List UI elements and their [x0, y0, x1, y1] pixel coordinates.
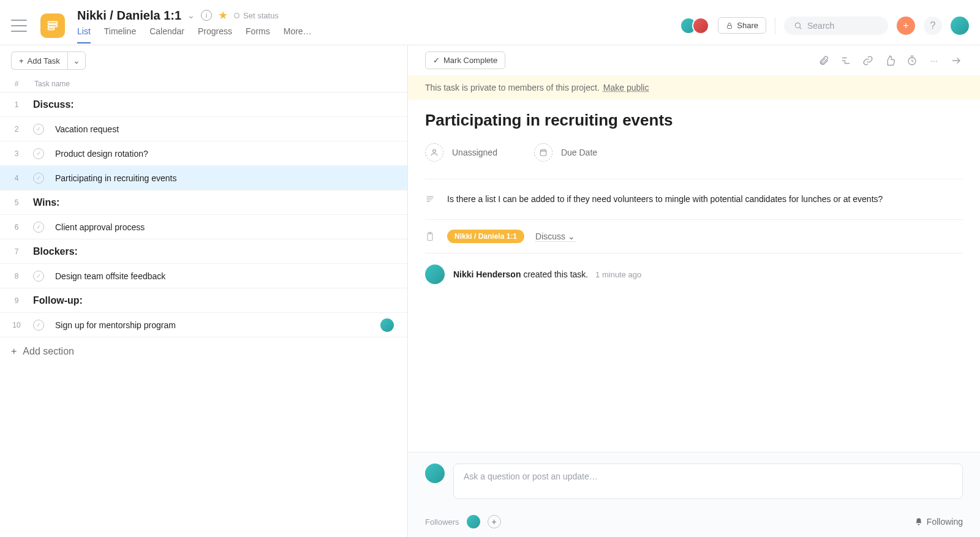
privacy-text: This task is private to members of this …: [425, 83, 600, 92]
project-pill[interactable]: Nikki / Daniela 1:1: [447, 230, 524, 243]
more-actions-icon[interactable]: ···: [927, 54, 941, 67]
row-number: 9: [11, 296, 22, 305]
add-task-dropdown[interactable]: ⌄: [67, 51, 86, 70]
section-row[interactable]: 7 Blockers:: [0, 239, 407, 264]
tab-forms[interactable]: Forms: [246, 26, 270, 43]
followers-label: Followers: [425, 517, 459, 527]
mark-complete-label: Mark Complete: [443, 56, 497, 65]
section-row[interactable]: 5 Wins:: [0, 190, 407, 215]
svg-point-6: [433, 149, 436, 152]
privacy-banner: This task is private to members of this …: [408, 75, 980, 100]
complete-toggle-icon[interactable]: ✓: [33, 222, 44, 233]
row-number: 8: [11, 272, 22, 280]
set-status-button[interactable]: Set status: [234, 11, 279, 20]
section-row[interactable]: 9 Follow-up:: [0, 288, 407, 313]
star-icon[interactable]: ★: [218, 9, 228, 22]
activity-time: 1 minute ago: [595, 270, 641, 279]
comment-placeholder: Ask a question or post an update…: [464, 471, 598, 481]
tab-list[interactable]: List: [77, 26, 91, 43]
task-row[interactable]: 2 ✓ Vacation request: [0, 117, 407, 141]
attachment-icon[interactable]: [817, 54, 831, 67]
share-button[interactable]: Share: [718, 17, 766, 34]
activity-verb: created this task.: [523, 269, 588, 279]
task-list-pane: + Add Task ⌄ # Task name 1 Discuss: 2 ✓ …: [0, 45, 408, 537]
task-row[interactable]: 8 ✓ Design team offsite feedback: [0, 264, 407, 288]
harvest-timer-icon[interactable]: [905, 54, 919, 67]
help-button[interactable]: ?: [924, 17, 942, 35]
task-row[interactable]: 6 ✓ Client approval process: [0, 215, 407, 239]
follower-avatar[interactable]: [467, 515, 480, 528]
plus-icon: +: [19, 56, 24, 66]
assignee-label: Unassigned: [452, 148, 497, 157]
task-row[interactable]: 4 ✓ Participating in recruiting events: [0, 166, 407, 190]
avatar: [425, 265, 445, 284]
task-row[interactable]: 3 ✓ Product design rotation?: [0, 141, 407, 166]
list-columns-header: # Task name: [0, 76, 407, 92]
complete-toggle-icon[interactable]: ✓: [33, 320, 44, 331]
task-title[interactable]: Participating in recruiting events: [425, 111, 963, 130]
section-title: Follow-up:: [33, 295, 396, 306]
copy-link-icon[interactable]: [861, 54, 875, 67]
section-title: Wins:: [33, 197, 396, 208]
like-icon[interactable]: [883, 54, 897, 67]
topbar: Nikki / Daniela 1:1 ⌄ i ★ Set status Lis…: [0, 0, 980, 45]
hamburger-menu[interactable]: [11, 20, 27, 32]
due-date-field[interactable]: Due Date: [534, 143, 597, 162]
tab-timeline[interactable]: Timeline: [104, 26, 136, 43]
section-row[interactable]: 1 Discuss:: [0, 92, 407, 117]
mark-complete-button[interactable]: ✓ Mark Complete: [425, 51, 505, 69]
project-title[interactable]: Nikki / Daniela 1:1: [77, 9, 181, 23]
make-public-link[interactable]: Make public: [603, 83, 649, 92]
activity-actor: Nikki Henderson: [453, 269, 521, 279]
plus-icon: +: [11, 346, 17, 357]
search-input[interactable]: Search: [784, 17, 888, 35]
complete-toggle-icon[interactable]: ✓: [33, 173, 44, 184]
share-label: Share: [737, 21, 758, 30]
col-number-header: #: [11, 80, 22, 88]
row-number: 5: [11, 198, 22, 207]
project-members-avatars[interactable]: [685, 17, 709, 34]
subtask-icon[interactable]: [839, 54, 853, 67]
complete-toggle-icon[interactable]: ✓: [33, 148, 44, 159]
global-create-button[interactable]: +: [897, 17, 915, 35]
task-name: Product design rotation?: [55, 149, 396, 159]
due-date-label: Due Date: [561, 148, 597, 157]
search-placeholder: Search: [807, 21, 834, 31]
following-toggle[interactable]: Following: [914, 517, 963, 527]
add-section-label: Add section: [23, 346, 74, 357]
check-icon: ✓: [433, 56, 440, 65]
project-menu-chevron-icon[interactable]: ⌄: [187, 10, 195, 20]
add-task-button[interactable]: + Add Task: [11, 51, 67, 70]
info-icon[interactable]: i: [201, 10, 212, 21]
task-name: Sign up for mentorship program: [55, 320, 369, 330]
row-number: 10: [11, 321, 22, 329]
add-section-button[interactable]: + Add section: [0, 337, 407, 366]
col-name-header: Task name: [34, 80, 396, 88]
add-follower-button[interactable]: +: [488, 515, 501, 528]
assignee-field[interactable]: Unassigned: [425, 143, 497, 162]
comment-input[interactable]: Ask a question or post an update…: [453, 464, 963, 499]
current-user-avatar[interactable]: [951, 17, 969, 35]
complete-toggle-icon[interactable]: ✓: [33, 124, 44, 135]
tab-more[interactable]: More…: [284, 26, 312, 43]
section-title: Discuss:: [33, 99, 396, 110]
close-details-icon[interactable]: [949, 54, 963, 67]
avatar: [425, 464, 445, 483]
assignee-avatar[interactable]: [380, 318, 394, 332]
project-section-dropdown[interactable]: Discuss ⌄: [535, 231, 575, 242]
tab-calendar[interactable]: Calendar: [149, 26, 184, 43]
task-description[interactable]: Is there a list I can be added to if the…: [447, 193, 963, 206]
project-color-icon[interactable]: [40, 13, 65, 38]
complete-toggle-icon[interactable]: ✓: [33, 271, 44, 282]
task-name: Participating in recruiting events: [55, 173, 396, 183]
task-list: 1 Discuss: 2 ✓ Vacation request 3 ✓ Prod…: [0, 92, 407, 337]
row-number: 3: [11, 149, 22, 158]
tab-progress[interactable]: Progress: [198, 26, 232, 43]
detail-footer: Ask a question or post an update… Follow…: [408, 452, 980, 537]
task-name: Design team offsite feedback: [55, 271, 396, 281]
row-number: 2: [11, 125, 22, 133]
add-task-label: Add Task: [28, 56, 60, 66]
calendar-icon: [534, 143, 552, 162]
task-row[interactable]: 10 ✓ Sign up for mentorship program: [0, 313, 407, 337]
svg-rect-3: [728, 25, 732, 28]
